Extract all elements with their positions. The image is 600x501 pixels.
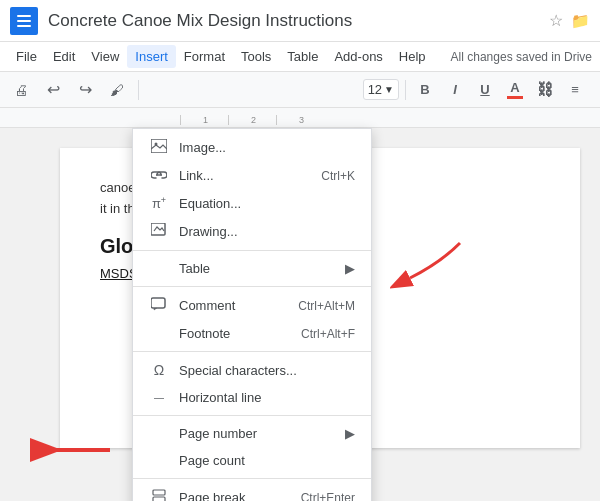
table-label: Table — [179, 261, 345, 276]
save-status: All changes saved in Drive — [451, 50, 592, 64]
app-icon — [10, 7, 38, 35]
footnote-label: Footnote — [179, 326, 291, 341]
link-menu-icon — [149, 168, 169, 183]
menu-help[interactable]: Help — [391, 45, 434, 68]
link-button[interactable]: ⛓ — [532, 77, 558, 103]
link-shortcut: Ctrl+K — [321, 169, 355, 183]
font-size-arrow: ▼ — [384, 84, 394, 95]
page-break-shortcut: Ctrl+Enter — [301, 491, 355, 501]
svg-rect-5 — [153, 490, 165, 495]
drawing-label: Drawing... — [179, 224, 355, 239]
more-button[interactable]: ≡ — [562, 77, 588, 103]
bold-button[interactable]: B — [412, 77, 438, 103]
link-label: Link... — [179, 168, 311, 183]
font-color-button[interactable]: A — [502, 77, 528, 103]
content-area: Image... Link... Ctrl+K π+ Equation... D… — [0, 128, 600, 501]
menu-table[interactable]: Table — [279, 45, 326, 68]
table-arrow: ▶ — [345, 261, 355, 276]
equation-label: Equation... — [179, 196, 355, 211]
comment-icon — [149, 297, 169, 314]
svg-rect-4 — [151, 298, 165, 308]
horizontal-line-icon: — — [149, 392, 169, 403]
font-size-value: 12 — [368, 82, 382, 97]
separator-1 — [133, 250, 371, 251]
undo-button[interactable]: ↩ — [40, 77, 66, 103]
ruler-mark-1: 1 — [180, 115, 228, 125]
page-number-label: Page number — [179, 426, 345, 441]
insert-dropdown-menu: Image... Link... Ctrl+K π+ Equation... D… — [132, 128, 372, 501]
menu-item-footnote[interactable]: Footnote Ctrl+Alt+F — [133, 320, 371, 347]
page-count-label: Page count — [179, 453, 355, 468]
ruler: 1 2 3 — [0, 108, 600, 128]
redo-button[interactable]: ↪ — [72, 77, 98, 103]
menu-item-page-number[interactable]: Page number ▶ — [133, 420, 371, 447]
toolbar-separator-2 — [405, 80, 406, 100]
menu-file[interactable]: File — [8, 45, 45, 68]
menu-item-link[interactable]: Link... Ctrl+K — [133, 162, 371, 189]
ruler-mark-2: 2 — [228, 115, 276, 125]
equation-icon: π+ — [149, 195, 169, 211]
italic-button[interactable]: I — [442, 77, 468, 103]
menu-tools[interactable]: Tools — [233, 45, 279, 68]
menu-addons[interactable]: Add-ons — [326, 45, 390, 68]
special-chars-icon: Ω — [149, 362, 169, 378]
document-title: Concrete Canoe Mix Design Instructions — [48, 11, 549, 31]
toolbar-separator-1 — [138, 80, 139, 100]
print-button[interactable]: 🖨 — [8, 77, 34, 103]
menu-item-special-chars[interactable]: Ω Special characters... — [133, 356, 371, 384]
menu-item-page-count[interactable]: Page count — [133, 447, 371, 474]
menu-item-page-break[interactable]: Page break Ctrl+Enter — [133, 483, 371, 501]
comment-label: Comment — [179, 298, 288, 313]
folder-icon[interactable]: 📁 — [571, 12, 590, 30]
title-bar: Concrete Canoe Mix Design Instructions ☆… — [0, 0, 600, 42]
underline-button[interactable]: U — [472, 77, 498, 103]
font-color-bar — [507, 96, 523, 99]
menu-item-horizontal-line[interactable]: — Horizontal line — [133, 384, 371, 411]
separator-2 — [133, 286, 371, 287]
font-color-letter: A — [510, 80, 519, 95]
page-break-icon — [149, 489, 169, 501]
toolbar: 🖨 ↩ ↪ 🖌 12 ▼ B I U A ⛓ ≡ — [0, 72, 600, 108]
paint-format-button[interactable]: 🖌 — [104, 77, 130, 103]
menu-item-table[interactable]: Table ▶ — [133, 255, 371, 282]
separator-5 — [133, 478, 371, 479]
separator-4 — [133, 415, 371, 416]
font-size-selector[interactable]: 12 ▼ — [363, 79, 399, 100]
ruler-mark-3: 3 — [276, 115, 324, 125]
menu-format[interactable]: Format — [176, 45, 233, 68]
special-chars-label: Special characters... — [179, 363, 355, 378]
image-label: Image... — [179, 140, 355, 155]
menu-item-drawing[interactable]: Drawing... — [133, 217, 371, 246]
menu-view[interactable]: View — [83, 45, 127, 68]
drawing-icon — [149, 223, 169, 240]
star-icon[interactable]: ☆ — [549, 11, 563, 30]
image-icon — [149, 139, 169, 156]
svg-rect-6 — [153, 497, 165, 501]
horizontal-line-label: Horizontal line — [179, 390, 355, 405]
page-break-label: Page break — [179, 490, 291, 501]
menu-item-image[interactable]: Image... — [133, 133, 371, 162]
footnote-shortcut: Ctrl+Alt+F — [301, 327, 355, 341]
title-actions: ☆ 📁 — [549, 11, 590, 30]
menu-bar: File Edit View Insert Format Tools Table… — [0, 42, 600, 72]
comment-shortcut: Ctrl+Alt+M — [298, 299, 355, 313]
menu-edit[interactable]: Edit — [45, 45, 83, 68]
menu-insert[interactable]: Insert — [127, 45, 176, 68]
menu-item-equation[interactable]: π+ Equation... — [133, 189, 371, 217]
separator-3 — [133, 351, 371, 352]
page-number-arrow: ▶ — [345, 426, 355, 441]
menu-item-comment[interactable]: Comment Ctrl+Alt+M — [133, 291, 371, 320]
